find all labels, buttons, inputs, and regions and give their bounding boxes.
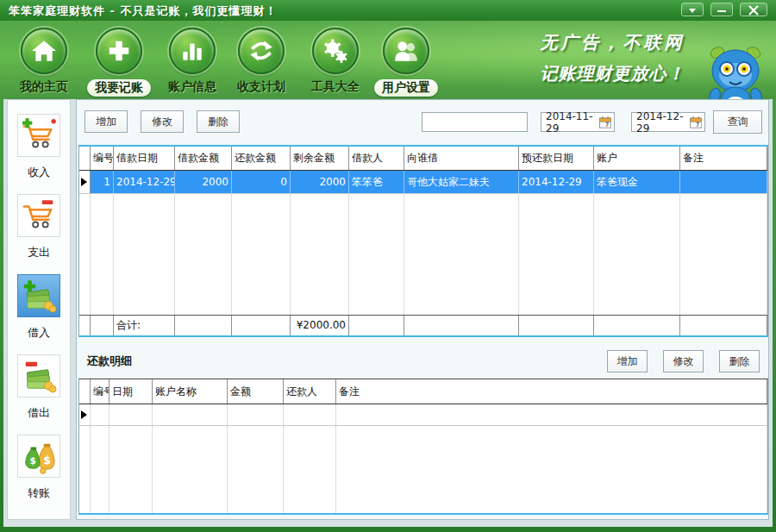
column-header[interactable]: 编号 xyxy=(91,147,114,170)
money-minus-icon xyxy=(17,354,60,397)
date-to-picker[interactable]: 2014-12-29 7 xyxy=(631,112,705,132)
plus-icon xyxy=(96,28,142,74)
column-header[interactable]: 编号 xyxy=(91,379,110,404)
nav-add-record[interactable]: 我要记账 xyxy=(79,28,159,97)
cart-minus-icon xyxy=(17,194,60,237)
column-header[interactable]: 还款人 xyxy=(284,379,336,404)
home-icon xyxy=(21,28,67,74)
chevron-down-icon xyxy=(689,9,696,13)
svg-text:$: $ xyxy=(43,454,51,466)
column-header[interactable]: 剩余金额 xyxy=(291,147,349,170)
window-menu-button[interactable] xyxy=(681,3,704,16)
title-bar: 笨笨家庭理财软件 - 不只是记账，我们更懂理财！ xyxy=(0,0,776,21)
nav-budget-plan[interactable]: 收支计划 xyxy=(222,28,301,95)
window-title: 笨笨家庭理财软件 - 不只是记账，我们更懂理财！ xyxy=(9,3,277,19)
column-header[interactable]: 日期 xyxy=(110,379,153,404)
sidebar-item-income[interactable]: 收入 xyxy=(8,114,70,180)
column-header[interactable]: 金额 xyxy=(228,379,284,404)
sidebar: 收入 支出 xyxy=(7,99,71,520)
minimize-button[interactable] xyxy=(710,3,733,16)
svg-text:7: 7 xyxy=(695,120,699,128)
row-selector xyxy=(79,171,91,193)
repayment-table-empty-area xyxy=(79,426,767,513)
sidebar-label: 借出 xyxy=(8,405,70,421)
sidebar-label: 转账 xyxy=(8,485,70,501)
nav-label: 工具大全 xyxy=(311,79,360,95)
search-input[interactable] xyxy=(422,112,528,132)
total-value: ¥2000.00 xyxy=(291,316,349,335)
sidebar-label: 收入 xyxy=(8,165,70,180)
repayment-empty-row[interactable] xyxy=(79,404,767,426)
loans-table: 编号 借款日期 借款金额 还款金额 剩余金额 借款人 向谁借 预还款日期 账户 … xyxy=(78,145,768,337)
slogan-line1: 无广告，不联网 xyxy=(524,31,701,54)
cell-account: 笨爸现金 xyxy=(594,171,680,193)
repayment-table-header: 编号 日期 账户名称 金额 还款人 备注 xyxy=(79,379,767,404)
nav-label: 收支计划 xyxy=(237,79,285,95)
cell-id: 1 xyxy=(91,171,114,193)
query-button[interactable]: 查询 xyxy=(713,110,762,134)
cell-borrower: 笨笨爸 xyxy=(349,171,404,193)
table-row-selected[interactable]: 1 2014-12-29 2000 0 2000 笨笨爸 哥他大姑家二妹夫 20… xyxy=(79,171,767,193)
column-header[interactable]: 账户 xyxy=(594,147,680,170)
row-marker-icon xyxy=(81,410,87,419)
minimize-icon xyxy=(717,10,726,12)
money-bags-icon: $ $ xyxy=(17,435,60,478)
repayment-delete-button[interactable]: 删除 xyxy=(719,350,760,372)
date-to-value: 2014-12-29 xyxy=(636,110,690,135)
column-header[interactable]: 向谁借 xyxy=(404,147,519,170)
bar-chart-icon xyxy=(169,28,216,74)
users-icon xyxy=(383,28,429,74)
column-header[interactable]: 账户名称 xyxy=(153,379,228,404)
close-icon xyxy=(741,4,767,16)
date-from-picker[interactable]: 2014-11-29 7 xyxy=(541,112,615,132)
repayment-edit-button[interactable]: 修改 xyxy=(663,350,704,372)
column-header[interactable]: 备注 xyxy=(680,147,767,170)
add-button[interactable]: 增加 xyxy=(84,110,128,133)
delete-button[interactable]: 删除 xyxy=(197,110,240,133)
cell-loan-amount: 2000 xyxy=(175,171,232,193)
sidebar-item-expense[interactable]: 支出 xyxy=(8,194,70,260)
nav-my-home[interactable]: 我的主页 xyxy=(4,28,84,95)
column-header[interactable]: 预还款日期 xyxy=(519,147,594,170)
column-header[interactable]: 备注 xyxy=(336,379,767,404)
column-header[interactable]: 借款人 xyxy=(349,147,404,170)
nav-tools[interactable]: 工具大全 xyxy=(296,28,375,95)
loans-table-empty-area xyxy=(79,193,767,315)
money-plus-icon xyxy=(17,274,60,317)
row-marker-icon xyxy=(81,178,87,186)
edit-button[interactable]: 修改 xyxy=(141,110,184,133)
nav-user-settings[interactable]: 用户设置 xyxy=(366,28,446,97)
close-button[interactable] xyxy=(740,3,767,16)
nav-account-info[interactable]: 账户信息 xyxy=(153,28,232,95)
svg-text:7: 7 xyxy=(604,120,609,128)
cell-repaid-amount: 0 xyxy=(232,171,291,193)
banner: 我的主页 我要记账 账户信息 收支计划 xyxy=(0,21,776,99)
main-panel: 增加 修改 删除 2014-11-29 7 2014-12-29 xyxy=(76,99,769,520)
column-header[interactable]: 还款金额 xyxy=(232,147,291,170)
cell-loan-date: 2014-12-29 xyxy=(114,171,175,193)
sidebar-item-lend-out[interactable]: 借出 xyxy=(8,354,70,421)
nav-label: 我要记账 xyxy=(87,79,151,97)
total-label: 合计: xyxy=(114,316,175,335)
repayment-section-title: 还款明细 xyxy=(87,354,132,369)
sidebar-item-transfer[interactable]: $ $ 转账 xyxy=(8,435,70,501)
svg-text:$: $ xyxy=(30,455,36,466)
nav-label: 用户设置 xyxy=(374,79,438,97)
repayment-table: 编号 日期 账户名称 金额 还款人 备注 xyxy=(78,379,768,515)
sidebar-label: 支出 xyxy=(8,245,70,260)
column-header[interactable]: 借款日期 xyxy=(114,147,175,170)
calendar-icon: 7 xyxy=(690,116,702,129)
repayment-header-bar: 还款明细 增加 修改 删除 xyxy=(78,346,768,377)
loans-table-total-row: 合计: ¥2000.00 xyxy=(79,315,767,335)
sidebar-item-borrow-in[interactable]: 借入 xyxy=(8,274,70,341)
calendar-icon: 7 xyxy=(599,116,611,129)
nav-label: 账户信息 xyxy=(168,79,216,95)
gears-icon xyxy=(312,28,359,74)
repayment-add-button[interactable]: 增加 xyxy=(607,350,648,372)
app-window: 笨笨家庭理财软件 - 不只是记账，我们更懂理财！ 我的主页 我要记账 账户信息 xyxy=(0,0,776,532)
nav-label: 我的主页 xyxy=(20,79,68,95)
cart-plus-icon xyxy=(17,114,60,157)
row-selector xyxy=(79,404,91,425)
sidebar-label: 借入 xyxy=(8,325,70,341)
column-header[interactable]: 借款金额 xyxy=(175,147,232,170)
